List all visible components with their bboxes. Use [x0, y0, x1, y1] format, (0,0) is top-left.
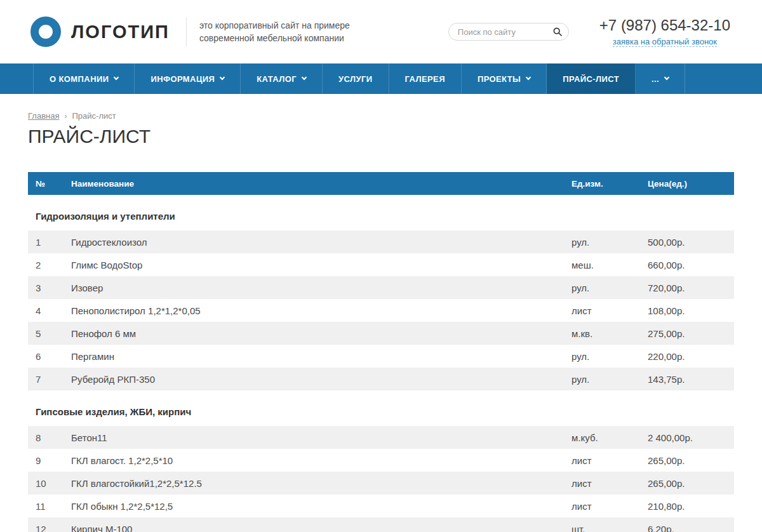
- callback-link[interactable]: заявка на обратный звонок: [613, 37, 717, 47]
- row-price: 210,80р.: [648, 501, 734, 512]
- table-row: 3 Изовер рул. 720,00р.: [28, 276, 734, 299]
- row-number: 6: [36, 351, 71, 362]
- table-row: 7 Руберойд РКП-350 рул. 143,75р.: [28, 368, 734, 390]
- table-header-row: № Наименование Ед.изм. Цена(ед.): [28, 172, 734, 195]
- phone-number: +7 (987) 654-32-10: [599, 17, 730, 34]
- nav-item-label: УСЛУГИ: [338, 74, 372, 84]
- row-name: Гидростеклоизол: [71, 237, 572, 248]
- chevron-down-icon: [302, 75, 307, 80]
- row-number: 3: [36, 283, 71, 293]
- row-unit: рул.: [572, 374, 648, 385]
- contact-block: +7 (987) 654-32-10 заявка на обратный зв…: [599, 17, 730, 47]
- col-header-price: Цена(ед.): [648, 179, 734, 189]
- table-row: 6 Пергамин рул. 220,00р.: [28, 345, 734, 368]
- site-search: [448, 23, 569, 41]
- row-number: 10: [36, 478, 71, 489]
- row-unit: м.куб.: [572, 432, 648, 443]
- nav-item-каталог[interactable]: КАТАЛОГ: [241, 63, 323, 94]
- row-number: 7: [36, 374, 71, 385]
- row-price: 2 400,00р.: [648, 432, 734, 443]
- nav-item-label: ГАЛЕРЕЯ: [405, 74, 445, 84]
- nav-item-label: ИНФОРМАЦИЯ: [150, 74, 215, 84]
- row-number: 12: [36, 524, 71, 532]
- chevron-down-icon: [526, 75, 531, 80]
- search-icon[interactable]: [549, 23, 566, 40]
- header-right: +7 (987) 654-32-10 заявка на обратный зв…: [448, 17, 730, 47]
- row-price: 265,00р.: [648, 455, 734, 466]
- main-nav: О КОМПАНИИ ИНФОРМАЦИЯ КАТАЛОГ УСЛУГИ ГАЛ…: [0, 63, 762, 94]
- page-title: ПРАЙС-ЛИСТ: [28, 125, 734, 148]
- site-tagline: это корпоративный сайт на примере соврем…: [199, 19, 350, 44]
- nav-item-прайс-лист[interactable]: ПРАЙС-ЛИСТ: [547, 63, 636, 94]
- main-content: Главная › Прайс-лист ПРАЙС-ЛИСТ № Наимен…: [28, 94, 734, 532]
- tagline-line-2: современной мебельной компании: [199, 32, 350, 44]
- nav-item-label: ПРОЕКТЫ: [478, 74, 521, 84]
- row-unit: м.кв.: [572, 328, 648, 339]
- table-row: 10 ГКЛ влагостойкий1,2*2,5*12.5 лист 265…: [28, 472, 734, 495]
- nav-item-о компании[interactable]: О КОМПАНИИ: [33, 63, 135, 94]
- price-table: № Наименование Ед.изм. Цена(ед.) Гидроиз…: [28, 172, 734, 532]
- row-price: 6,20р.: [648, 524, 734, 532]
- section-title: Гидроизоляция и утеплители: [28, 195, 734, 230]
- table-row: 11 ГКЛ обыкн 1,2*2,5*12,5 лист 210,80р.: [28, 495, 734, 517]
- chevron-down-icon: [114, 75, 119, 80]
- nav-item-информация[interactable]: ИНФОРМАЦИЯ: [135, 63, 241, 94]
- row-name: ГКЛ влагостойкий1,2*2,5*12.5: [71, 478, 572, 489]
- site-header: ЛОГОТИП это корпоративный сайт на пример…: [0, 0, 762, 63]
- chevron-down-icon: [220, 75, 225, 80]
- col-header-unit: Ед.изм.: [572, 179, 648, 189]
- breadcrumb-home-link[interactable]: Главная: [28, 111, 59, 121]
- row-name: Пенофол 6 мм: [71, 328, 572, 339]
- row-price: 108,00р.: [648, 305, 734, 316]
- nav-item-label: КАТАЛОГ: [257, 74, 297, 84]
- header-divider: [186, 17, 187, 46]
- row-name: Глимс ВодоStop: [71, 260, 572, 270]
- row-price: 500,00р.: [648, 237, 734, 248]
- row-price: 265,00р.: [648, 478, 734, 489]
- row-name: Пенополистирол 1,2*1,2*0,05: [71, 305, 572, 316]
- row-price: 660,00р.: [648, 260, 734, 270]
- row-name: ГКЛ обыкн 1,2*2,5*12,5: [71, 501, 572, 512]
- nav-item-label: ПРАЙС-ЛИСТ: [563, 74, 619, 84]
- row-price: 220,00р.: [648, 351, 734, 362]
- table-row: 8 Бетон11 м.куб. 2 400,00р.: [28, 426, 734, 449]
- table-row: 1 Гидростеклоизол рул. 500,00р.: [28, 230, 734, 253]
- row-name: Пергамин: [71, 351, 572, 362]
- logo[interactable]: ЛОГОТИП: [30, 17, 170, 47]
- breadcrumb-separator: ›: [64, 112, 67, 121]
- table-row: 12 Кирпич М-100 шт. 6,20р.: [28, 517, 734, 532]
- logo-circle-icon: [30, 17, 61, 47]
- section-title: Гипсовые изделия, ЖБИ, кирпич: [28, 390, 734, 426]
- row-name: Руберойд РКП-350: [71, 374, 572, 385]
- row-number: 11: [36, 501, 71, 512]
- table-row: 4 Пенополистирол 1,2*1,2*0,05 лист 108,0…: [28, 299, 734, 322]
- table-row: 5 Пенофол 6 мм м.кв. 275,00р.: [28, 322, 734, 345]
- row-number: 1: [36, 237, 71, 248]
- row-number: 9: [36, 455, 71, 466]
- nav-item-галерея[interactable]: ГАЛЕРЕЯ: [389, 63, 462, 94]
- tagline-line-1: это корпоративный сайт на примере: [199, 19, 350, 32]
- table-body: Гидроизоляция и утеплители 1 Гидростекло…: [28, 195, 734, 532]
- nav-item-label: О КОМПАНИИ: [50, 74, 109, 84]
- row-name: Бетон11: [71, 432, 572, 443]
- nav-item-...[interactable]: ...: [636, 63, 685, 94]
- nav-item-услуги[interactable]: УСЛУГИ: [323, 63, 389, 94]
- row-unit: рул.: [572, 283, 648, 293]
- row-unit: меш.: [572, 260, 648, 270]
- col-header-name: Наименование: [71, 179, 572, 189]
- row-unit: шт.: [572, 524, 648, 532]
- row-unit: рул.: [572, 351, 648, 362]
- table-row: 9 ГКЛ влагост. 1,2*2,5*10 лист 265,00р.: [28, 449, 734, 472]
- nav-item-проекты[interactable]: ПРОЕКТЫ: [462, 63, 547, 94]
- row-number: 8: [36, 432, 71, 443]
- breadcrumb-current: Прайс-лист: [72, 111, 116, 121]
- row-unit: рул.: [572, 237, 648, 248]
- row-unit: лист: [572, 478, 648, 489]
- chevron-down-icon: [664, 75, 669, 80]
- row-number: 4: [36, 305, 71, 316]
- row-price: 720,00р.: [648, 283, 734, 293]
- row-price: 275,00р.: [648, 328, 734, 339]
- col-header-number: №: [36, 179, 71, 189]
- row-number: 2: [36, 260, 71, 270]
- row-unit: лист: [572, 501, 648, 512]
